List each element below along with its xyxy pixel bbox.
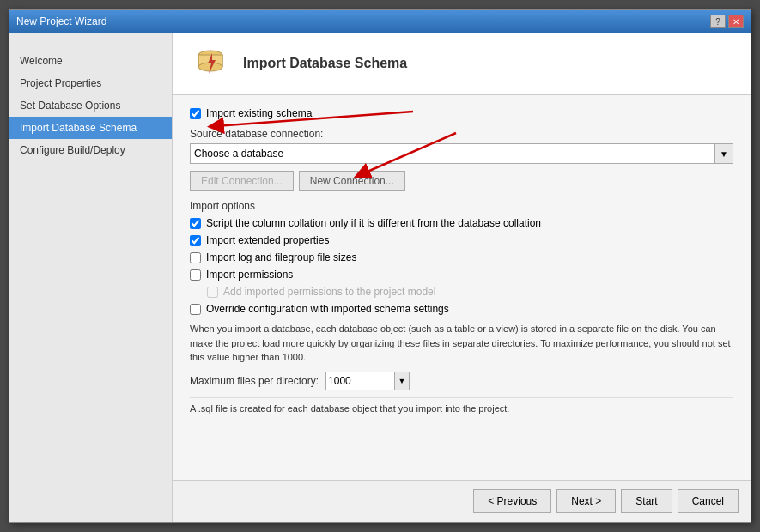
option5-label: Override configuration with imported sch… — [206, 303, 449, 315]
sidebar-item-set-database-options[interactable]: Set Database Options — [9, 94, 172, 117]
option3-row: Import log and filegroup file sizes — [190, 251, 733, 263]
close-button[interactable]: ✕ — [728, 15, 744, 28]
choose-database-row: Choose a database ▼ — [190, 143, 733, 164]
form-wrapper: Import existing schema Source database c… — [190, 107, 733, 414]
page-title: Import Database Schema — [243, 56, 407, 71]
option3-label: Import log and filegroup file sizes — [206, 251, 356, 263]
left-nav: Welcome Project Properties Set Database … — [9, 33, 173, 522]
db-icon — [190, 43, 231, 84]
cancel-button[interactable]: Cancel — [678, 489, 739, 513]
max-files-row: Maximum files per directory: 1000 ▼ — [190, 372, 733, 390]
previous-button[interactable]: < Previous — [473, 489, 551, 513]
help-button[interactable]: ? — [710, 15, 726, 28]
option4a-row: Add imported permissions to the project … — [190, 286, 733, 298]
option2-row: Import extended properties — [190, 234, 733, 246]
import-schema-checkbox[interactable] — [190, 108, 201, 119]
import-schema-label: Import existing schema — [206, 107, 312, 119]
main-content: Import Database Schema — [173, 33, 751, 522]
connection-buttons: Edit Connection... New Connection... — [190, 171, 733, 191]
sidebar-item-welcome[interactable]: Welcome — [9, 50, 172, 72]
wizard-window: New Project Wizard ? ✕ Welcome Project P… — [9, 9, 751, 523]
info-text: When you import a database, each databas… — [190, 322, 733, 365]
option3-checkbox[interactable] — [190, 252, 201, 263]
title-bar-buttons: ? ✕ — [710, 15, 744, 28]
option1-label: Script the column collation only if it i… — [206, 217, 541, 229]
option4a-label: Add imported permissions to the project … — [223, 286, 435, 298]
max-files-label: Maximum files per directory: — [190, 375, 319, 387]
edit-connection-button[interactable]: Edit Connection... — [190, 171, 294, 191]
option4a-checkbox[interactable] — [207, 287, 218, 298]
option1-row: Script the column collation only if it i… — [190, 217, 733, 229]
import-schema-row: Import existing schema — [190, 107, 733, 119]
option5-row: Override configuration with imported sch… — [190, 303, 733, 315]
next-button[interactable]: Next > — [556, 489, 616, 513]
footer: < Previous Next > Start Cancel — [173, 480, 751, 522]
choose-database-select[interactable]: Choose a database — [190, 143, 714, 164]
source-label: Source database connection: — [190, 128, 733, 140]
title-bar: New Project Wizard ? ✕ — [9, 10, 751, 33]
option2-label: Import extended properties — [206, 234, 329, 246]
content-area: Welcome Project Properties Set Database … — [9, 33, 751, 522]
max-files-select-wrap: 1000 ▼ — [325, 372, 410, 390]
start-button[interactable]: Start — [621, 489, 672, 513]
option4-checkbox[interactable] — [190, 269, 201, 281]
import-options-title: Import options — [190, 200, 733, 212]
option4-label: Import permissions — [206, 269, 293, 281]
option4-row: Import permissions — [190, 269, 733, 281]
sidebar-item-configure-build-deploy[interactable]: Configure Build/Deploy — [9, 139, 172, 161]
sidebar-item-import-database-schema[interactable]: Import Database Schema — [9, 117, 172, 139]
max-files-select[interactable]: 1000 — [325, 372, 394, 390]
sidebar-item-project-properties[interactable]: Project Properties — [9, 72, 172, 94]
header-area: Import Database Schema — [173, 33, 751, 95]
option5-checkbox[interactable] — [190, 304, 201, 315]
option1-checkbox[interactable] — [190, 218, 201, 229]
new-connection-button[interactable]: New Connection... — [299, 171, 405, 191]
max-files-arrow-icon[interactable]: ▼ — [394, 372, 410, 390]
dropdown-arrow-icon[interactable]: ▼ — [714, 143, 733, 164]
form-area: Import existing schema Source database c… — [173, 95, 751, 480]
window-title: New Project Wizard — [16, 15, 106, 27]
sql-note: A .sql file is created for each database… — [190, 397, 733, 414]
option2-checkbox[interactable] — [190, 235, 201, 246]
